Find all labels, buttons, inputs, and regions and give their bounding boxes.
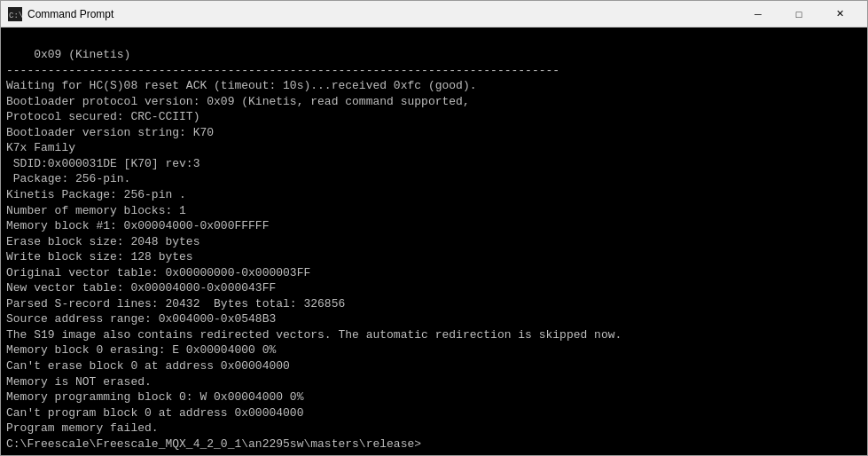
console-line: New vector table: 0x00004000-0x000043FF [6,280,862,296]
console-line: The S19 image also contains redirected v… [6,327,862,343]
console-line: Waiting for HC(S)08 reset ACK (timeout: … [6,78,862,94]
window-title: Command Prompt [27,8,738,20]
console-line: C:\Freescale\Freescale_MQX_4_2_0_1\an229… [6,436,862,452]
title-bar: C:\ Command Prompt ─ □ ✕ [1,1,867,28]
console-output[interactable]: 0x09 (Kinetis)--------------------------… [1,28,867,455]
svg-text:C:\: C:\ [9,12,22,20]
console-line: K7x Family [6,140,862,156]
console-line: Memory block #1: 0x00004000-0x000FFFFF [6,218,862,234]
console-line: Original vector table: 0x00000000-0x0000… [6,265,862,281]
console-line: 0x09 (Kinetis) [6,47,862,63]
console-line: Bootloader protocol version: 0x09 (Kinet… [6,94,862,110]
maximize-button[interactable]: □ [778,1,819,28]
console-line: Can't program block 0 at address 0x00004… [6,405,862,421]
console-line: Write block size: 128 bytes [6,249,862,265]
cmd-icon: C:\ [8,7,22,21]
console-line: Erase block size: 2048 bytes [6,234,862,250]
console-line: Package: 256-pin. [6,171,862,187]
console-line: Memory block 0 erasing: E 0x00004000 0% [6,342,862,358]
console-line: Source address range: 0x004000-0x0548B3 [6,311,862,327]
console-line: Memory is NOT erased. [6,374,862,390]
command-prompt-window: C:\ Command Prompt ─ □ ✕ 0x09 (Kinetis)-… [0,0,868,456]
console-line: Can't erase block 0 at address 0x0000400… [6,358,862,374]
console-line: ----------------------------------------… [6,63,862,79]
window-controls: ─ □ ✕ [738,1,860,28]
console-line: Program memory failed. [6,421,862,436]
console-line: Protocol secured: CRC-CCIIT) [6,109,862,125]
console-line: Bootloader version string: K70 [6,125,862,141]
console-line: Number of memory blocks: 1 [6,203,862,219]
console-line: Kinetis Package: 256-pin . [6,187,862,203]
console-line: Memory programming block 0: W 0x00004000… [6,389,862,405]
console-line: SDID:0x000031DE [K70] rev:3 [6,156,862,172]
minimize-button[interactable]: ─ [738,1,778,28]
close-button[interactable]: ✕ [819,1,860,28]
console-line: Parsed S-record lines: 20432 Bytes total… [6,296,862,312]
